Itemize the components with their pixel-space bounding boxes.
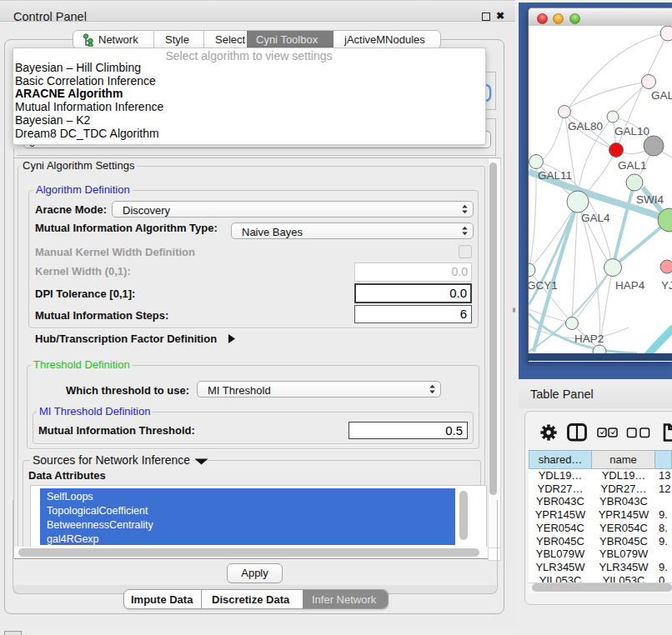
svg-text:HAP2: HAP2 [574, 332, 604, 345]
svg-text:GAL10: GAL10 [614, 125, 649, 138]
svg-text:GCY1: GCY1 [529, 279, 558, 292]
svg-text:YJ: YJ [661, 279, 672, 292]
svg-text:GAL11: GAL11 [538, 169, 572, 182]
svg-text:GAL7: GAL7 [651, 89, 672, 102]
svg-text:GAL80: GAL80 [568, 120, 603, 132]
svg-text:HAP4: HAP4 [615, 279, 645, 292]
svg-text:SWI4: SWI4 [636, 193, 664, 206]
svg-text:GAL1: GAL1 [618, 159, 647, 172]
svg-text:GAL4: GAL4 [581, 212, 610, 224]
